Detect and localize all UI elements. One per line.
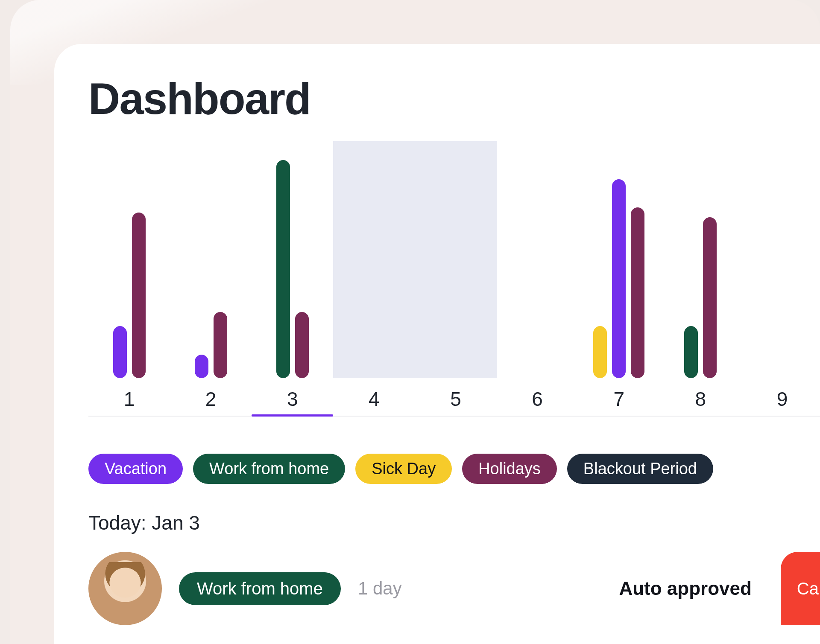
chart-grid <box>88 141 820 378</box>
x-tick[interactable]: 5 <box>443 388 469 411</box>
chart-bar[interactable] <box>295 312 309 378</box>
chart-bar[interactable] <box>113 326 127 378</box>
x-tick[interactable]: 3 <box>280 388 305 411</box>
legend: VacationWork from homeSick DayHolidaysBl… <box>88 454 713 484</box>
chart-bar[interactable] <box>195 355 208 379</box>
dashboard-card: Dashboard 123456789 VacationWork from ho… <box>54 44 820 644</box>
legend-pill[interactable]: Vacation <box>88 454 183 484</box>
entry-type-pill[interactable]: Work from home <box>179 572 341 605</box>
chart-bar[interactable] <box>593 326 607 378</box>
cancel-button-label: Ca <box>797 579 819 598</box>
x-tick[interactable]: 2 <box>198 388 224 411</box>
today-heading: Today: Jan 3 <box>88 511 200 534</box>
x-tick[interactable]: 8 <box>688 388 713 411</box>
chart-x-axis: 123456789 <box>88 380 820 417</box>
leave-chart: 123456789 <box>88 141 820 380</box>
chart-bar[interactable] <box>276 160 290 378</box>
chart-bar[interactable] <box>631 207 644 378</box>
legend-pill[interactable]: Holidays <box>462 454 557 484</box>
outer-panel: Dashboard 123456789 VacationWork from ho… <box>10 0 820 644</box>
x-tick[interactable]: 9 <box>769 388 795 411</box>
entry-type-label: Work from home <box>197 579 323 598</box>
axis-highlight <box>252 414 333 417</box>
x-tick[interactable]: 4 <box>361 388 387 411</box>
page-title: Dashboard <box>88 74 820 124</box>
today-entry-row: Work from home 1 day Auto approved Ca <box>88 552 820 625</box>
entry-status: Auto approved <box>619 578 751 599</box>
chart-bar[interactable] <box>684 326 698 378</box>
chart-bar[interactable] <box>132 213 146 379</box>
cancel-button[interactable]: Ca <box>781 552 820 625</box>
chart-bars <box>88 141 820 378</box>
legend-pill[interactable]: Work from home <box>193 454 345 484</box>
x-tick[interactable]: 7 <box>606 388 632 411</box>
legend-pill[interactable]: Blackout Period <box>567 454 713 484</box>
x-tick[interactable]: 1 <box>117 388 142 411</box>
x-tick[interactable]: 6 <box>524 388 550 411</box>
chart-bar[interactable] <box>214 312 227 378</box>
entry-duration: 1 day <box>358 578 402 599</box>
legend-pill[interactable]: Sick Day <box>355 454 452 484</box>
chart-bar[interactable] <box>612 179 626 378</box>
chart-bar[interactable] <box>703 217 717 378</box>
avatar[interactable] <box>88 552 162 625</box>
